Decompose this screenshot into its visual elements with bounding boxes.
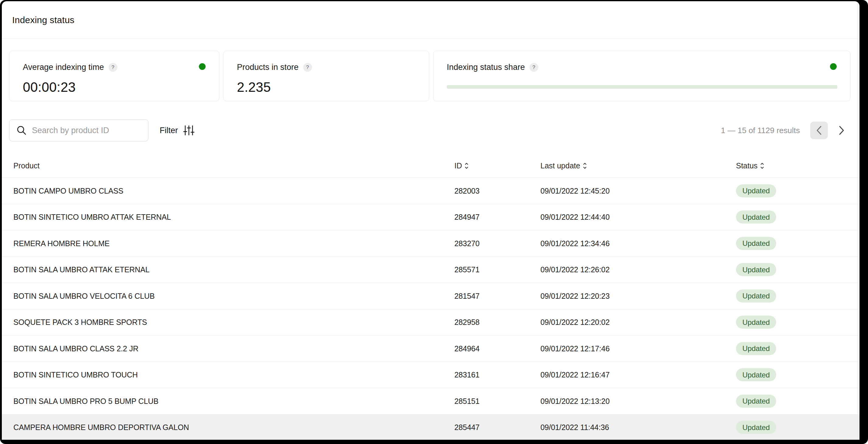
table-row[interactable]: BOTIN SALA UMBRO CLASS 2.2 JR 284964 09/…: [2, 336, 860, 362]
status-badge: Updated: [736, 289, 776, 302]
product-id: 284947: [454, 213, 479, 221]
table-row[interactable]: BOTIN SALA UMBRO VELOCITA 6 CLUB 281547 …: [2, 283, 860, 309]
status-badge: Updated: [736, 263, 776, 276]
status-cell: Updated: [736, 184, 776, 197]
help-icon[interactable]: ?: [303, 63, 312, 72]
card-average-indexing-time: Average indexing time ? 00:00:23: [9, 51, 219, 101]
column-label: Status: [736, 161, 757, 170]
filter-button[interactable]: Filter: [160, 125, 195, 136]
scrollbar-track[interactable]: [857, 1, 858, 440]
last-update: 09/01/2022 12:34:46: [540, 239, 610, 248]
last-update: 09/01/2022 12:20:23: [540, 292, 610, 300]
screenshot-stage: Indexing status Average indexing time ? …: [0, 0, 868, 444]
card-label: Products in store: [237, 63, 299, 72]
sort-icon: [465, 162, 468, 169]
last-update: 09/01/2022 12:26:02: [540, 265, 610, 274]
last-update: 09/01/2022 12:17:46: [540, 344, 610, 353]
status-cell: Updated: [736, 211, 776, 224]
help-icon[interactable]: ?: [108, 63, 117, 72]
status-badge: Updated: [736, 395, 776, 408]
status-cell: Updated: [736, 368, 776, 381]
product-name: REMERA HOMBRE HOLME: [13, 239, 110, 248]
column-header-id[interactable]: ID: [454, 161, 468, 170]
table-row[interactable]: BOTIN SINTETICO UMBRO ATTAK ETERNAL 2849…: [2, 204, 860, 231]
indexing-share-bar-fill: [447, 85, 837, 89]
last-update: 09/01/2022 12:16:47: [540, 371, 610, 379]
product-id: 283270: [454, 239, 479, 248]
status-cell: Updated: [736, 289, 776, 302]
product-name: BOTIN SALA UMBRO VELOCITA 6 CLUB: [13, 292, 155, 300]
product-id: 281547: [454, 292, 479, 300]
search-box[interactable]: [9, 119, 148, 141]
status-dot-icon: [199, 63, 206, 70]
previous-page-button[interactable]: [810, 122, 828, 139]
product-id: 285571: [454, 265, 479, 274]
status-badge: Updated: [736, 368, 776, 381]
status-cell: Updated: [736, 421, 776, 434]
last-update: 09/01/2022 12:44:40: [540, 213, 610, 221]
status-badge: Updated: [736, 421, 776, 434]
chevron-left-icon: [816, 125, 822, 136]
table-row[interactable]: BOTIN CAMPO UMBRO CLASS 282003 09/01/202…: [2, 178, 860, 204]
product-name: CAMPERA HOMBRE UMBRO DEPORTIVA GALON: [13, 423, 189, 432]
status-cell: Updated: [736, 395, 776, 408]
table-row[interactable]: BOTIN SALA UMBRO PRO 5 BUMP CLUB 285151 …: [2, 388, 860, 414]
status-badge: Updated: [736, 342, 776, 355]
indexing-share-bar: [447, 85, 837, 89]
status-badge: Updated: [736, 237, 776, 250]
table-row[interactable]: BOTIN SINTETICO UMBRO TOUCH 283161 09/01…: [2, 362, 860, 388]
table-body: BOTIN CAMPO UMBRO CLASS 282003 09/01/202…: [2, 178, 860, 440]
product-name: BOTIN CAMPO UMBRO CLASS: [13, 186, 123, 195]
table-row[interactable]: REMERA HOMBRE HOLME 283270 09/01/2022 12…: [2, 230, 860, 257]
column-label: Product: [13, 161, 39, 170]
column-header-last-update[interactable]: Last update: [540, 161, 587, 170]
status-badge: Updated: [736, 184, 776, 197]
status-cell: Updated: [736, 342, 776, 355]
stat-cards: Average indexing time ? 00:00:23 Product…: [9, 51, 850, 101]
status-badge: Updated: [736, 211, 776, 224]
search-input[interactable]: [32, 126, 143, 135]
product-id: 285151: [454, 397, 479, 405]
product-id: 285447: [454, 423, 479, 432]
help-icon[interactable]: ?: [529, 63, 538, 72]
filter-label: Filter: [160, 126, 178, 135]
card-label: Average indexing time: [23, 63, 104, 72]
page-header: Indexing status: [2, 1, 860, 39]
product-name: BOTIN SALA UMBRO CLASS 2.2 JR: [13, 344, 138, 353]
product-name: SOQUETE PACK 3 HOMBRE SPORTS: [13, 318, 147, 327]
status-dot-icon: [830, 63, 837, 70]
chevron-right-icon: [838, 125, 845, 136]
sort-icon: [583, 162, 587, 169]
card-indexing-status-share: Indexing status share ?: [433, 51, 850, 101]
table-row[interactable]: CAMPERA HOMBRE UMBRO DEPORTIVA GALON 285…: [2, 414, 860, 440]
card-products-in-store: Products in store ? 2.235: [223, 51, 429, 101]
product-name: BOTIN SINTETICO UMBRO ATTAK ETERNAL: [13, 213, 171, 221]
indexing-status-page: Indexing status Average indexing time ? …: [2, 1, 860, 440]
page-title: Indexing status: [12, 15, 74, 25]
table-row[interactable]: SOQUETE PACK 3 HOMBRE SPORTS 282958 09/0…: [2, 309, 860, 336]
column-label: Last update: [540, 161, 580, 170]
search-icon: [16, 125, 27, 136]
sort-icon: [760, 162, 764, 169]
results-count: 1 — 15 of 1129 results: [721, 126, 800, 135]
status-badge: Updated: [736, 316, 776, 329]
last-update: 09/01/2022 11:44:36: [540, 423, 609, 432]
status-cell: Updated: [736, 263, 776, 276]
card-value: 2.235: [237, 80, 415, 95]
table-header: Product ID Last update Status: [2, 141, 860, 178]
product-name: BOTIN SALA UMBRO ATTAK ETERNAL: [13, 265, 150, 274]
status-cell: Updated: [736, 237, 776, 250]
table-row[interactable]: BOTIN SALA UMBRO ATTAK ETERNAL 285571 09…: [2, 257, 860, 283]
column-header-product: Product: [13, 161, 39, 170]
last-update: 09/01/2022 12:13:20: [540, 397, 610, 405]
product-id: 283161: [454, 371, 479, 379]
next-page-button[interactable]: [833, 122, 850, 139]
card-value: 00:00:23: [23, 80, 206, 95]
card-label: Indexing status share: [447, 63, 525, 72]
column-label: ID: [454, 161, 462, 170]
status-cell: Updated: [736, 316, 776, 329]
product-id: 282003: [454, 186, 479, 195]
column-header-status[interactable]: Status: [736, 161, 764, 170]
last-update: 09/01/2022 12:20:02: [540, 318, 610, 327]
product-id: 282958: [454, 318, 479, 327]
